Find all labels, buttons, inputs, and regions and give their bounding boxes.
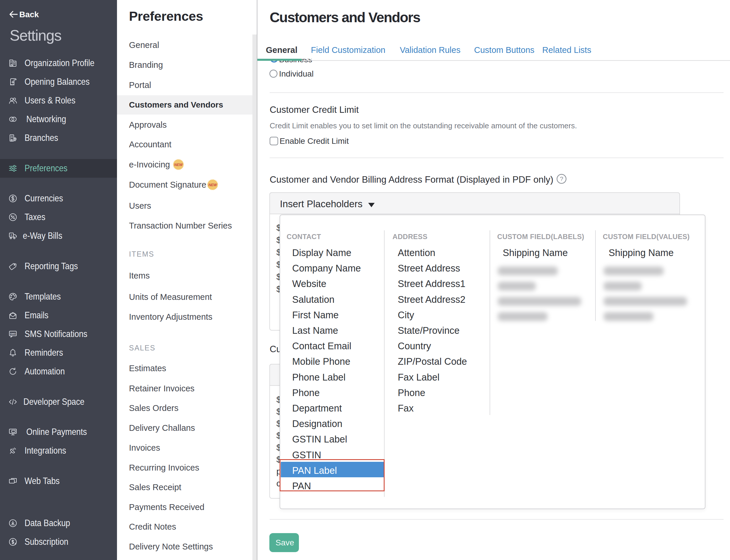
svg-text:?: ? xyxy=(560,175,563,182)
svg-text:e: e xyxy=(11,234,12,237)
svg-text:NEW: NEW xyxy=(174,163,183,167)
svg-text:NEW: NEW xyxy=(208,183,217,187)
svg-text:SMS: SMS xyxy=(10,332,16,335)
